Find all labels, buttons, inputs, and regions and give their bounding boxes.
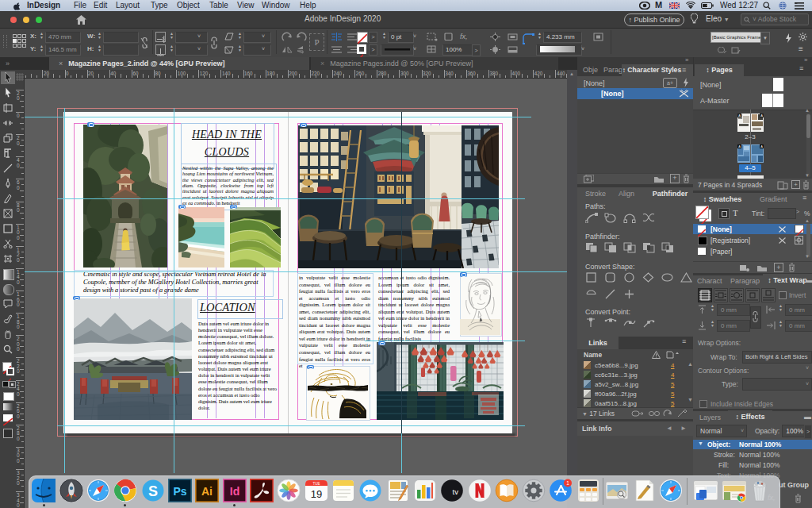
- svg-text:19: 19: [311, 488, 322, 500]
- svg-text:1: 1: [566, 480, 569, 486]
- svg-text:TUE: TUE: [313, 482, 320, 486]
- svg-text:Ai: Ai: [201, 485, 213, 498]
- svg-text:S: S: [148, 483, 158, 499]
- svg-text:Id: Id: [230, 485, 239, 498]
- svg-text:tv: tv: [453, 487, 459, 496]
- svg-text:Ps: Ps: [173, 485, 186, 498]
